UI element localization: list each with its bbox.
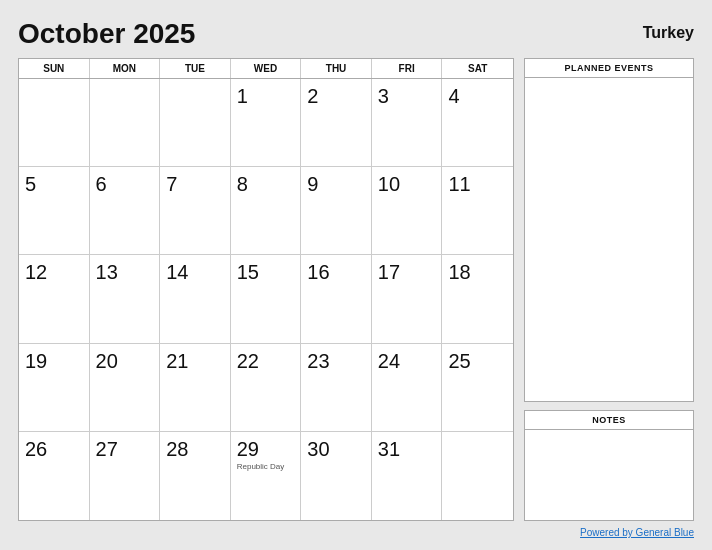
calendar-cell: 15	[231, 255, 302, 343]
calendar-cell	[442, 432, 513, 520]
calendar-cell: 18	[442, 255, 513, 343]
date-number: 12	[25, 261, 47, 283]
date-number: 22	[237, 350, 259, 372]
notes-title: NOTES	[525, 411, 693, 430]
date-number: 5	[25, 173, 36, 195]
day-header: MON	[90, 59, 161, 78]
calendar-cell: 29Republic Day	[231, 432, 302, 520]
day-header: SUN	[19, 59, 90, 78]
date-number: 29	[237, 438, 259, 460]
date-number: 1	[237, 85, 248, 107]
date-number: 25	[448, 350, 470, 372]
calendar-cell: 30	[301, 432, 372, 520]
day-header: SAT	[442, 59, 513, 78]
notes-box: NOTES	[524, 410, 694, 521]
calendar-cell	[90, 79, 161, 167]
date-number: 16	[307, 261, 329, 283]
footer: Powered by General Blue	[18, 527, 694, 538]
country-label: Turkey	[643, 24, 694, 42]
calendar-cell: 13	[90, 255, 161, 343]
calendar-cell: 5	[19, 167, 90, 255]
calendar-grid: 1234567891011121314151617181920212223242…	[19, 79, 513, 520]
date-number: 7	[166, 173, 177, 195]
date-number: 3	[378, 85, 389, 107]
calendar-cell: 11	[442, 167, 513, 255]
calendar-cell: 17	[372, 255, 443, 343]
powered-by-link[interactable]: Powered by General Blue	[580, 527, 694, 538]
date-number: 26	[25, 438, 47, 460]
date-number: 11	[448, 173, 470, 195]
calendar-cell: 4	[442, 79, 513, 167]
date-number: 17	[378, 261, 400, 283]
date-number: 31	[378, 438, 400, 460]
calendar-cell: 27	[90, 432, 161, 520]
day-header: THU	[301, 59, 372, 78]
header: October 2025 Turkey	[18, 18, 694, 50]
date-number: 24	[378, 350, 400, 372]
calendar-cell: 3	[372, 79, 443, 167]
date-number: 10	[378, 173, 400, 195]
day-headers-row: SUNMONTUEWEDTHUFRISAT	[19, 59, 513, 79]
calendar-cell: 25	[442, 344, 513, 432]
calendar-title: October 2025	[18, 18, 195, 50]
planned-events-content	[525, 78, 693, 401]
calendar-cell: 24	[372, 344, 443, 432]
date-number: 13	[96, 261, 118, 283]
calendar-cell: 14	[160, 255, 231, 343]
notes-content	[525, 430, 693, 520]
calendar-cell: 16	[301, 255, 372, 343]
calendar-cell: 31	[372, 432, 443, 520]
calendar-page: October 2025 Turkey SUNMONTUEWEDTHUFRISA…	[0, 0, 712, 550]
calendar-cell: 28	[160, 432, 231, 520]
calendar-grid-section: SUNMONTUEWEDTHUFRISAT 123456789101112131…	[18, 58, 514, 521]
calendar-cell: 20	[90, 344, 161, 432]
calendar-cell: 2	[301, 79, 372, 167]
calendar-cell: 21	[160, 344, 231, 432]
date-number: 21	[166, 350, 188, 372]
date-number: 19	[25, 350, 47, 372]
calendar-cell: 19	[19, 344, 90, 432]
date-number: 8	[237, 173, 248, 195]
date-number: 9	[307, 173, 318, 195]
date-number: 20	[96, 350, 118, 372]
calendar-cell: 10	[372, 167, 443, 255]
event-label: Republic Day	[237, 462, 285, 472]
date-number: 2	[307, 85, 318, 107]
day-header: FRI	[372, 59, 443, 78]
date-number: 14	[166, 261, 188, 283]
date-number: 27	[96, 438, 118, 460]
day-header: WED	[231, 59, 302, 78]
date-number: 4	[448, 85, 459, 107]
calendar-cell: 9	[301, 167, 372, 255]
calendar-cell: 22	[231, 344, 302, 432]
planned-events-title: PLANNED EVENTS	[525, 59, 693, 78]
date-number: 18	[448, 261, 470, 283]
main-area: SUNMONTUEWEDTHUFRISAT 123456789101112131…	[18, 58, 694, 521]
planned-events-box: PLANNED EVENTS	[524, 58, 694, 402]
calendar-cell: 1	[231, 79, 302, 167]
calendar-cell: 8	[231, 167, 302, 255]
calendar-cell	[160, 79, 231, 167]
calendar-cell: 7	[160, 167, 231, 255]
calendar-cell: 12	[19, 255, 90, 343]
day-header: TUE	[160, 59, 231, 78]
calendar-cell	[19, 79, 90, 167]
date-number: 28	[166, 438, 188, 460]
date-number: 30	[307, 438, 329, 460]
side-section: PLANNED EVENTS NOTES	[524, 58, 694, 521]
calendar-cell: 23	[301, 344, 372, 432]
calendar-cell: 26	[19, 432, 90, 520]
calendar-cell: 6	[90, 167, 161, 255]
date-number: 15	[237, 261, 259, 283]
date-number: 23	[307, 350, 329, 372]
date-number: 6	[96, 173, 107, 195]
